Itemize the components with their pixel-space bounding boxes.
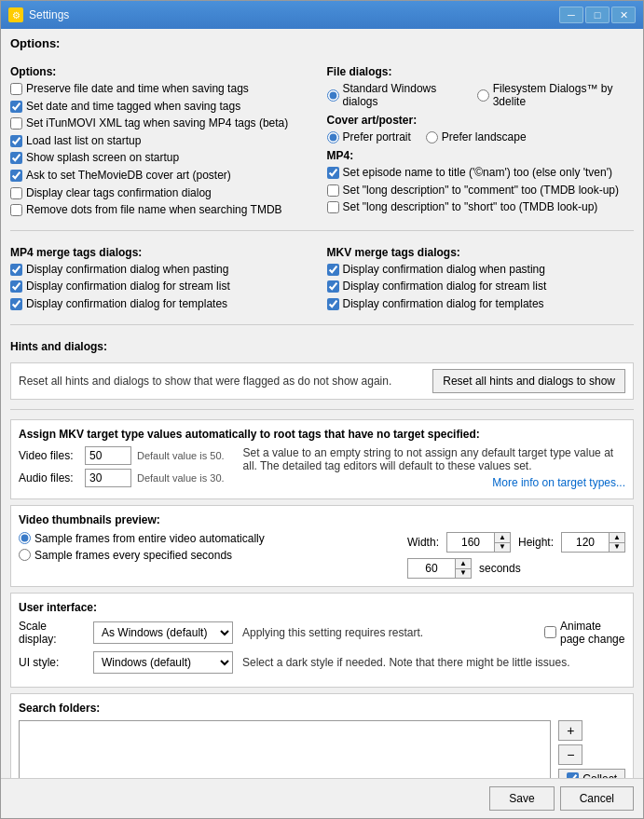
prefer-portrait-radio-row: Prefer portrait <box>327 130 411 143</box>
mp4-confirm-paste-checkbox[interactable] <box>10 264 22 276</box>
long-desc-checkbox[interactable] <box>327 184 339 197</box>
option-load-last: Load last list on startup <box>10 134 318 149</box>
cover-art-label: Cover art/poster: <box>327 114 635 127</box>
mp4-confirm-templates-label[interactable]: Display confirmation dialog for template… <box>26 297 227 312</box>
mkv-confirm-templates-checkbox[interactable] <box>327 298 339 310</box>
remove-folder-button[interactable]: − <box>558 744 582 765</box>
itun-label[interactable]: Set iTunMOVI XML tag when saving MP4 tag… <box>26 116 288 131</box>
every-label[interactable]: Sample frames every specified seconds <box>34 549 232 562</box>
animate-label[interactable]: Animate page change <box>560 620 625 646</box>
mkv-merge-section: MKV merge tags dialogs: Display confirma… <box>327 240 635 315</box>
seconds-input[interactable] <box>408 560 455 577</box>
height-up-button[interactable]: ▲ <box>610 533 624 542</box>
mkv-confirm-stream-label[interactable]: Display confirmation dialog for stream l… <box>343 280 547 294</box>
mp4-confirm-templates-checkbox[interactable] <box>10 298 22 310</box>
collect-label[interactable]: Collect <box>558 769 625 778</box>
prefer-landscape-radio[interactable] <box>426 131 438 143</box>
audio-files-input[interactable] <box>85 469 131 487</box>
dark-note: Select a dark style if needed. Note that… <box>242 656 625 669</box>
itun-checkbox[interactable] <box>10 117 22 130</box>
width-input[interactable] <box>447 534 494 551</box>
merge-section: MP4 merge tags dialogs: Display confirma… <box>10 240 634 315</box>
minimize-button[interactable]: ─ <box>559 7 583 23</box>
splash-checkbox[interactable] <box>10 152 22 164</box>
long-desc-label[interactable]: Set "long description" to "comment" too … <box>343 184 620 198</box>
set-date-label[interactable]: Set date and time tagged when saving tag… <box>26 100 240 115</box>
width-down-button[interactable]: ▼ <box>495 542 510 552</box>
std-windows-label[interactable]: Standard Windows dialogs <box>343 82 462 108</box>
scale-select[interactable]: As Windows (default) 100% 125% 150% <box>93 621 233 644</box>
clear-tags-label[interactable]: Display clear tags confirmation dialog <box>26 186 212 201</box>
seconds-spinner: ▲ ▼ <box>407 558 472 579</box>
option-ask-tmdb: Ask to set TheMovieDB cover art (poster) <box>10 169 318 184</box>
cover-art-group: Prefer portrait Prefer landscape <box>327 130 635 143</box>
mp4-confirm-stream-checkbox[interactable] <box>10 280 22 293</box>
preserve-checkbox[interactable] <box>10 83 22 95</box>
maximize-button[interactable]: □ <box>585 7 610 23</box>
video-files-input[interactable] <box>85 446 131 465</box>
mp4-short-desc: Set "long description" to "short" too (T… <box>327 200 635 215</box>
ask-tmdb-label[interactable]: Ask to set TheMovieDB cover art (poster) <box>26 169 231 184</box>
search-list[interactable] <box>19 720 551 778</box>
remove-dots-checkbox[interactable] <box>10 204 22 216</box>
filesystem-label[interactable]: Filesystem Dialogs™ by 3delite <box>493 82 634 108</box>
std-windows-radio[interactable] <box>327 89 339 102</box>
seconds-label: seconds <box>479 562 521 575</box>
ep-name-label[interactable]: Set episode name to title ('©nam') too (… <box>343 166 612 181</box>
audio-default-text: Default value is 30. <box>137 472 225 484</box>
main-header: Options: <box>10 36 634 50</box>
width-up-button[interactable]: ▲ <box>495 533 510 542</box>
mkv-confirm-stream-checkbox[interactable] <box>327 280 339 293</box>
ask-tmdb-checkbox[interactable] <box>10 170 22 182</box>
mkv-confirm-templates: Display confirmation dialog for template… <box>327 297 635 312</box>
seconds-up-button[interactable]: ▲ <box>456 559 471 568</box>
cancel-button[interactable]: Cancel <box>560 786 634 811</box>
style-select[interactable]: Windows (default) Dark <box>93 651 233 674</box>
height-input[interactable] <box>562 534 609 551</box>
prefer-portrait-radio[interactable] <box>327 131 339 143</box>
right-section: File dialogs: Standard Windows dialogs F… <box>327 60 635 221</box>
seconds-down-button[interactable]: ▼ <box>456 568 471 578</box>
assign-inner: Video files: Default value is 50. Audio … <box>19 446 625 491</box>
close-button[interactable]: ✕ <box>611 7 636 23</box>
height-down-button[interactable]: ▼ <box>610 542 624 552</box>
set-date-checkbox[interactable] <box>10 101 22 113</box>
more-info-link[interactable]: More info on target types... <box>243 476 625 489</box>
save-button[interactable]: Save <box>489 786 554 811</box>
mp4-confirm-paste-label[interactable]: Display confirmation dialog when pasting <box>26 263 228 278</box>
add-folder-button[interactable]: + <box>558 720 582 741</box>
load-last-label[interactable]: Load last list on startup <box>26 134 141 149</box>
mp4-merge-section: MP4 merge tags dialogs: Display confirma… <box>10 240 318 315</box>
prefer-landscape-label[interactable]: Prefer landscape <box>442 130 527 143</box>
style-label: UI style: <box>19 656 84 669</box>
mkv-confirm-templates-label[interactable]: Display confirmation dialog for template… <box>343 297 544 312</box>
search-section: Search folders: + − Collect Clear <box>10 693 634 778</box>
mp4-confirm-stream-label[interactable]: Display confirmation dialog for stream l… <box>26 280 230 294</box>
short-desc-checkbox[interactable] <box>327 201 339 213</box>
file-dialogs-label: File dialogs: <box>327 65 635 78</box>
video-files-row: Video files: Default value is 50. <box>19 446 225 465</box>
every-radio[interactable] <box>19 549 31 561</box>
mkv-confirm-paste-label[interactable]: Display confirmation dialog when pasting <box>343 263 545 278</box>
thumbnails-header: Video thumbnails preview: <box>19 513 625 526</box>
short-desc-label[interactable]: Set "long description" to "short" too (T… <box>343 200 598 215</box>
splash-label[interactable]: Show splash screen on startup <box>26 151 179 166</box>
option-itun: Set iTunMOVI XML tag when saving MP4 tag… <box>10 116 318 131</box>
scale-label: Scale display: <box>19 620 84 646</box>
remove-dots-label[interactable]: Remove dots from file name when searchin… <box>26 203 282 218</box>
thumbnails-inner: Sample frames from entire video automati… <box>19 532 625 579</box>
auto-label[interactable]: Sample frames from entire video automati… <box>34 532 265 545</box>
clear-tags-checkbox[interactable] <box>10 187 22 199</box>
reset-hints-button[interactable]: Reset all hints and dialogs to show <box>432 369 625 393</box>
wh-row: Width: ▲ ▼ Height: ▲ <box>407 532 625 553</box>
options-label: Options: <box>10 65 318 78</box>
filesystem-radio[interactable] <box>477 89 489 102</box>
ep-name-checkbox[interactable] <box>327 167 339 179</box>
load-last-checkbox[interactable] <box>10 135 22 147</box>
prefer-portrait-label[interactable]: Prefer portrait <box>343 130 411 143</box>
animate-checkbox[interactable] <box>544 626 556 638</box>
preserve-label[interactable]: Preserve file date and time when saving … <box>26 82 249 97</box>
mp4-label: MP4: <box>327 149 635 162</box>
mkv-confirm-paste-checkbox[interactable] <box>327 264 339 276</box>
auto-radio[interactable] <box>19 532 31 544</box>
